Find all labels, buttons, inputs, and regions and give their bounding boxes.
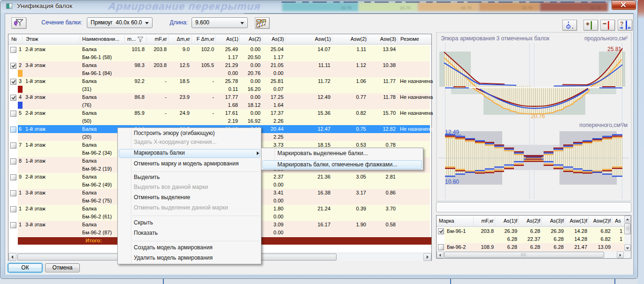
svg-text:20.76: 20.76 — [531, 113, 545, 120]
svg-text:поперечного,см²/м: поперечного,см²/м — [579, 122, 628, 128]
svg-text:12.49: 12.49 — [445, 129, 459, 135]
svg-text:?: ? — [620, 21, 623, 27]
svg-text:продольного,см²: продольного,см² — [584, 35, 628, 42]
svg-text:25.81: 25.81 — [607, 46, 621, 52]
svg-text:Эпюра армирования 3 отмеченных: Эпюра армирования 3 отмеченных балок — [441, 35, 550, 42]
svg-text:10.60: 10.60 — [445, 179, 459, 185]
